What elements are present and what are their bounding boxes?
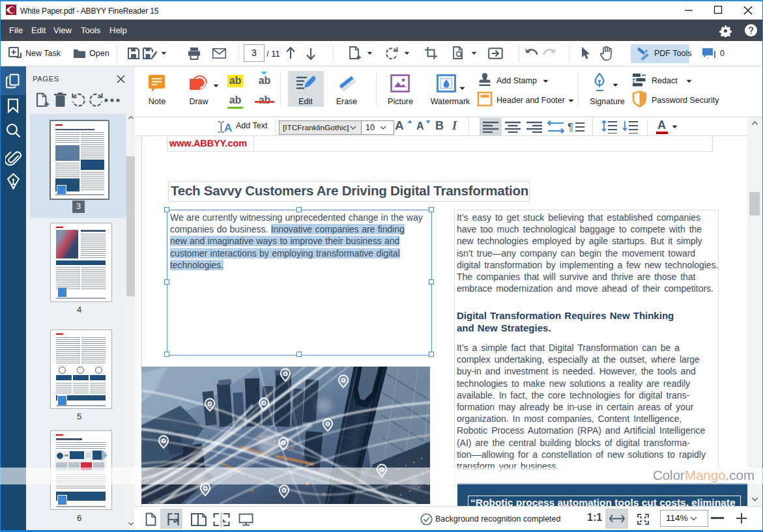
svg-text:¶: ¶ [568, 121, 573, 133]
svg-text:A: A [224, 122, 232, 134]
